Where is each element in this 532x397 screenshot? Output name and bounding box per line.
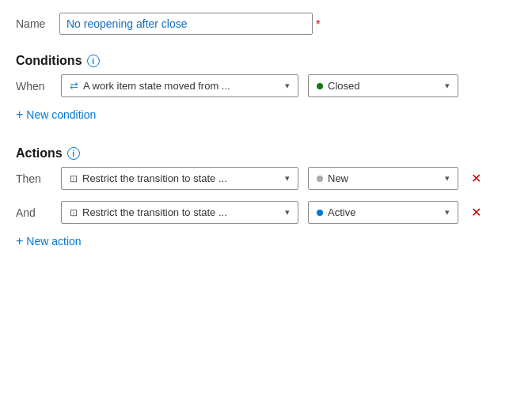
- and-action-text: Restrict the transition to state ...: [82, 206, 227, 218]
- state-chevron-icon: ▾: [445, 81, 450, 91]
- add-condition-label: New condition: [26, 108, 96, 121]
- add-condition-plus-icon: +: [16, 108, 23, 121]
- add-action-label: New action: [26, 235, 81, 248]
- actions-section: Actions i Then ⊡ Restrict the transition…: [16, 146, 516, 248]
- when-label: When: [16, 80, 51, 93]
- delete-and-button[interactable]: ✕: [468, 206, 484, 219]
- state-dropdown-text: Closed: [328, 80, 359, 92]
- then-state-text: New: [328, 172, 348, 184]
- when-chevron-icon: ▾: [285, 81, 290, 91]
- and-label: And: [16, 206, 51, 219]
- then-action-dropdown[interactable]: ⊡ Restrict the transition to state ... ▾: [61, 167, 298, 190]
- conditions-header: Conditions i: [16, 54, 516, 68]
- when-dropdown-content: ⇄ A work item state moved from ...: [70, 80, 230, 92]
- new-dot-icon: [317, 176, 323, 182]
- and-state-content: Active: [317, 206, 355, 218]
- actions-header: Actions i: [16, 146, 516, 161]
- and-action-dropdown[interactable]: ⊡ Restrict the transition to state ... ▾: [61, 201, 298, 224]
- and-state-text: Active: [328, 206, 355, 218]
- and-state-dropdown[interactable]: Active ▾: [308, 201, 458, 224]
- when-row: When ⇄ A work item state moved from ... …: [16, 74, 516, 97]
- add-action-plus-icon: +: [16, 235, 23, 248]
- state-dropdown[interactable]: Closed ▾: [308, 74, 458, 97]
- conditions-title: Conditions: [16, 54, 82, 68]
- actions-info-icon[interactable]: i: [67, 147, 80, 160]
- move-state-icon: ⇄: [70, 80, 78, 92]
- conditions-section: Conditions i When ⇄ A work item state mo…: [16, 54, 516, 121]
- add-action-link[interactable]: + New action: [16, 235, 516, 248]
- and-action-chevron-icon: ▾: [285, 207, 290, 217]
- then-state-dropdown[interactable]: New ▾: [308, 167, 458, 190]
- then-action-dropdown-content: ⊡ Restrict the transition to state ...: [70, 172, 227, 184]
- then-action-text: Restrict the transition to state ...: [82, 172, 227, 184]
- closed-dot-icon: [317, 83, 323, 89]
- add-condition-link[interactable]: + New condition: [16, 108, 516, 121]
- then-row: Then ⊡ Restrict the transition to state …: [16, 167, 516, 190]
- conditions-info-icon[interactable]: i: [87, 55, 100, 67]
- delete-then-button[interactable]: ✕: [468, 172, 484, 185]
- then-state-chevron-icon: ▾: [445, 173, 450, 183]
- active-dot-icon: [317, 210, 323, 216]
- restrict-transition-icon-2: ⊡: [70, 207, 78, 218]
- when-dropdown-text: A work item state moved from ...: [83, 80, 230, 92]
- and-action-dropdown-content: ⊡ Restrict the transition to state ...: [70, 206, 227, 218]
- then-state-content: New: [317, 172, 348, 184]
- actions-title: Actions: [16, 146, 63, 161]
- name-section: Name *: [16, 13, 516, 35]
- name-input[interactable]: [59, 13, 313, 35]
- and-row: And ⊡ Restrict the transition to state .…: [16, 201, 516, 224]
- when-dropdown[interactable]: ⇄ A work item state moved from ... ▾: [61, 74, 298, 97]
- required-indicator: *: [316, 17, 320, 30]
- then-label: Then: [16, 172, 51, 185]
- then-action-chevron-icon: ▾: [285, 173, 290, 183]
- state-dropdown-content: Closed: [317, 80, 359, 92]
- name-label: Name: [16, 17, 59, 30]
- and-state-chevron-icon: ▾: [445, 207, 450, 217]
- restrict-transition-icon-1: ⊡: [70, 173, 78, 184]
